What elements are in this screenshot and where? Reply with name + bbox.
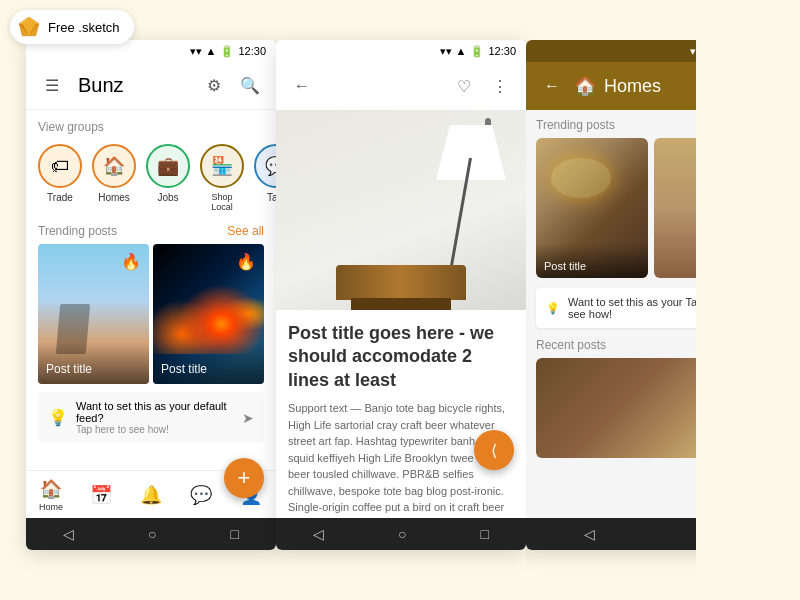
group-jobs[interactable]: 💼 Jobs — [146, 144, 190, 212]
search-icon[interactable]: 🔍 — [236, 72, 264, 100]
home-icon: 🏠 — [40, 478, 62, 500]
more-icon[interactable]: ⋮ — [486, 72, 514, 100]
recents-button-1[interactable]: □ — [231, 526, 239, 542]
room-image-2 — [654, 138, 696, 278]
signal-icon-3: ▾▾ — [690, 45, 696, 58]
system-bar-2: ◁ ○ □ — [276, 518, 526, 550]
fab-button[interactable]: + — [224, 458, 264, 470]
sketch-badge: Free .sketch — [10, 10, 134, 44]
groups-section: View groups 🏷 Trade 🏠 Homes 💼 Jobs — [26, 110, 276, 218]
talk-label: Talk — [267, 192, 276, 203]
bell-icon: 🔔 — [140, 484, 162, 506]
banner-text-content: Want to set this as your default feed? T… — [76, 400, 234, 435]
back-icon[interactable]: ← — [288, 72, 316, 100]
post-card-1-title: Post title — [46, 362, 141, 376]
post-card-2-overlay: Post title — [153, 342, 264, 384]
time-display-2: 12:30 — [488, 45, 516, 57]
homes-circle: 🏠 — [92, 144, 136, 188]
home-button-1[interactable]: ○ — [148, 526, 156, 542]
nav-messages[interactable]: 💬 — [176, 484, 226, 506]
recent-posts-section: Recent posts — [526, 334, 696, 462]
filter-icon[interactable]: ⚙ — [200, 72, 228, 100]
group-trade[interactable]: 🏷 Trade — [38, 144, 82, 212]
battery-icon-2: 🔋 — [470, 45, 484, 58]
trending-posts-section: Trending posts Post title — [526, 110, 696, 282]
trade-label: Trade — [47, 192, 73, 203]
sketch-icon — [18, 16, 40, 38]
nav-home[interactable]: 🏠 Home — [26, 478, 76, 512]
trending-posts-row: Post title — [536, 138, 696, 278]
home-header-icon: 🏠 — [574, 75, 596, 97]
trending-post-1[interactable]: Post title — [536, 138, 648, 278]
system-bar-1: ◁ ○ □ — [26, 518, 276, 550]
phone-post-detail: ▾▾ ▲ 🔋 12:30 ← ♡ ⋮ Post title goes here … — [276, 40, 526, 550]
group-talk[interactable]: 💬 Talk — [254, 144, 276, 212]
phone1-body: View groups 🏷 Trade 🏠 Homes 💼 Jobs — [26, 110, 276, 470]
menu-icon[interactable]: ☰ — [38, 72, 66, 100]
recent-image-1 — [536, 358, 696, 458]
signal-icon-2: ▾▾ — [440, 45, 452, 58]
homes-banner[interactable]: 💡 Want to set this as your Tap here to s… — [536, 288, 696, 328]
home-button-2[interactable]: ○ — [398, 526, 406, 542]
time-display: 12:30 — [238, 45, 266, 57]
homes-header: ← 🏠 Homes — [526, 62, 696, 110]
app-title: Bunz — [78, 74, 192, 97]
bunz-header: ☰ Bunz ⚙ 🔍 — [26, 62, 276, 110]
back-button-2[interactable]: ◁ — [313, 526, 324, 542]
signal-icon: ▾▾ — [190, 45, 202, 58]
see-all-button[interactable]: See all — [227, 224, 264, 238]
shoplocal-label: Shop Local — [200, 192, 244, 212]
jobs-circle: 💼 — [146, 144, 190, 188]
recent-post-1[interactable] — [536, 358, 696, 458]
post-card-1[interactable]: 🔥 Post title — [38, 244, 149, 384]
post-card-2[interactable]: 🔥 Post title — [153, 244, 264, 384]
default-feed-banner[interactable]: 💡 Want to set this as your default feed?… — [38, 392, 264, 443]
trending-header: Trending posts See all — [26, 218, 276, 244]
post-card-2-title: Post title — [161, 362, 256, 376]
homes-trending-label: Trending posts — [536, 118, 696, 132]
banner-title: Want to set this as your default feed? — [76, 400, 234, 424]
groups-label: View groups — [38, 120, 264, 134]
support-label: Support text — — [288, 402, 361, 414]
back-button-3[interactable]: ◁ — [584, 526, 595, 542]
fire-badge-2: 🔥 — [236, 252, 256, 271]
fire-badge-1: 🔥 — [121, 252, 141, 271]
groups-row: 🏷 Trade 🏠 Homes 💼 Jobs 🏪 Shop Local — [38, 144, 264, 212]
phones-container: ▾▾ ▲ 🔋 12:30 ☰ Bunz ⚙ 🔍 View groups 🏷 Tr… — [26, 40, 696, 570]
post-card-1-overlay: Post title — [38, 342, 149, 384]
nav-calendar[interactable]: 📅 — [76, 484, 126, 506]
wifi-icon-2: ▲ — [456, 45, 467, 57]
phone-homes-wrapper: ▾▾ ▲ 🔋 12:30 ← 🏠 Homes Trending posts — [526, 40, 696, 570]
sketch-label: Free .sketch — [48, 20, 120, 35]
homes-label: Homes — [98, 192, 130, 203]
phone-bunz: ▾▾ ▲ 🔋 12:30 ☰ Bunz ⚙ 🔍 View groups 🏷 Tr… — [26, 40, 276, 550]
lamp-table-bottom — [351, 298, 451, 310]
group-homes[interactable]: 🏠 Homes — [92, 144, 136, 212]
recents-button-2[interactable]: □ — [481, 526, 489, 542]
group-shoplocal[interactable]: 🏪 Shop Local — [200, 144, 244, 212]
heart-icon[interactable]: ♡ — [450, 72, 478, 100]
post-detail-title: Post title goes here - we should accomod… — [288, 322, 514, 392]
lamp-image — [276, 110, 526, 310]
homes-bulb-icon: 💡 — [546, 302, 560, 315]
arrow-icon: ➤ — [242, 410, 254, 426]
trade-circle: 🏷 — [38, 144, 82, 188]
homes-back-icon[interactable]: ← — [538, 72, 566, 100]
post-detail-header: ← ♡ ⋮ — [276, 62, 526, 110]
jobs-label: Jobs — [157, 192, 178, 203]
phone-homes: ▾▾ ▲ 🔋 12:30 ← 🏠 Homes Trending posts — [526, 40, 696, 550]
system-bar-3: ◁ ○ — [526, 518, 696, 550]
posts-grid: 🔥 Post title 🔥 Post title — [26, 244, 276, 384]
nav-notifications[interactable]: 🔔 — [126, 484, 176, 506]
post-content: Post title goes here - we should accomod… — [276, 310, 526, 518]
battery-icon: 🔋 — [220, 45, 234, 58]
trending-post-1-overlay: Post title — [536, 244, 648, 278]
nav-home-label: Home — [39, 502, 63, 512]
back-button-1[interactable]: ◁ — [63, 526, 74, 542]
trending-post-2[interactable] — [654, 138, 696, 278]
trending-post-1-title: Post title — [544, 260, 640, 272]
homes-title: Homes — [604, 76, 696, 97]
banner-sub: Tap here to see how! — [76, 424, 234, 435]
share-fab-button[interactable]: ⟨ — [474, 430, 514, 470]
homes-banner-text: Want to set this as your Tap here to see… — [568, 296, 696, 320]
